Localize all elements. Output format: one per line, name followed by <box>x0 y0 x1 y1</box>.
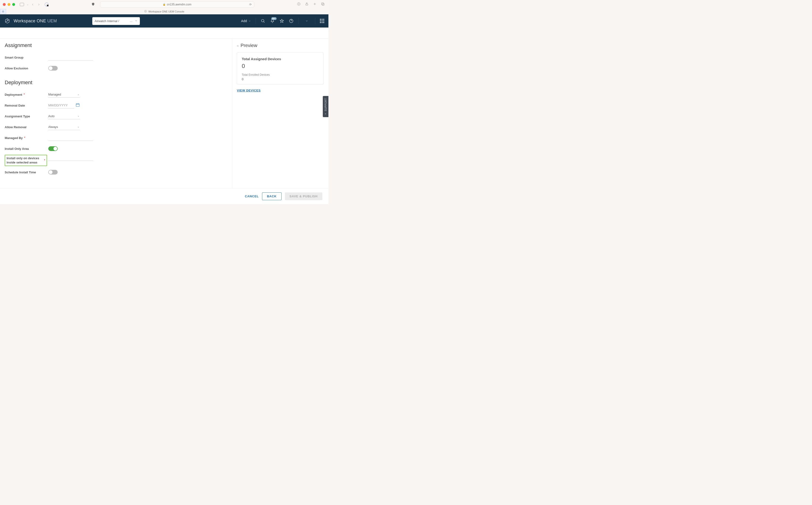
card-title: Total Assigned Devices <box>242 57 319 61</box>
search-icon[interactable] <box>261 19 265 23</box>
gear-icon-small <box>144 10 147 13</box>
cancel-button[interactable]: CANCEL <box>245 194 259 198</box>
ellipsis-icon: … <box>130 19 133 23</box>
allow-removal-select[interactable]: ⌄ <box>48 124 80 130</box>
chevron-double-icon: » <box>325 113 327 115</box>
divider <box>298 18 299 24</box>
address-bar[interactable]: 🔒 cn135.awmdm.com ⟳ <box>100 1 254 8</box>
assignment-type-select[interactable]: ⌄ <box>48 113 80 119</box>
save-publish-button: SAVE & PUBLISH <box>285 192 322 200</box>
address-url: cn135.awmdm.com <box>167 3 192 6</box>
removal-date-input[interactable] <box>48 102 80 109</box>
chevron-down-icon <box>135 19 137 23</box>
share-icon[interactable] <box>305 2 309 7</box>
label-smart-group: Smart Group <box>5 56 48 59</box>
preview-title: Preview <box>241 43 257 48</box>
chevron-down-icon[interactable]: ⌄ <box>27 3 29 6</box>
org-picker-label: Airwatch Internal / <box>95 19 119 23</box>
label-deployment: Deployment* <box>5 93 48 97</box>
notification-badge: 99+ <box>271 17 277 20</box>
window-maximize[interactable] <box>12 3 15 6</box>
managed-by-input[interactable] <box>48 135 93 141</box>
downloads-icon[interactable] <box>297 2 301 7</box>
divider <box>256 18 256 24</box>
app-header: Workspace ONE UEM Airwatch Internal / … … <box>0 14 328 27</box>
shield-icon[interactable] <box>91 2 95 7</box>
footer: CANCEL BACK SAVE & PUBLISH <box>0 188 328 204</box>
apps-grid-icon[interactable] <box>320 19 324 23</box>
tab-overview-icon[interactable] <box>321 2 325 7</box>
right-panel: « Preview Total Assigned Devices 0 Total… <box>232 38 328 188</box>
tab-title[interactable]: Workspace ONE UEM Console <box>148 10 184 13</box>
svg-rect-3 <box>322 3 324 5</box>
label-install-only-area: Install Only Area <box>5 147 48 151</box>
browser-tab-row: Workspace ONE UEM Console <box>0 9 328 14</box>
svg-rect-2 <box>322 3 324 5</box>
card-sub-value: 0 <box>242 77 319 81</box>
section-deployment: Deployment <box>5 79 227 86</box>
chevron-down-icon <box>305 19 308 22</box>
smart-group-input[interactable] <box>48 54 93 60</box>
label-removal-date: Removal Date <box>5 104 48 107</box>
svg-point-7 <box>261 19 264 22</box>
bell-icon[interactable]: 99+ <box>270 19 275 23</box>
nav-forward-icon: › <box>38 2 39 7</box>
product-logo-icon <box>4 18 10 24</box>
help-icon[interactable] <box>289 19 294 23</box>
header-right: Add 99+ <box>241 18 324 24</box>
window-controls <box>3 3 15 6</box>
browser-trail-icons <box>297 2 326 7</box>
site-privacy-icon[interactable] <box>45 3 48 6</box>
label-schedule-install: Schedule Install Time <box>5 171 48 174</box>
content-area: Assignment Smart Group Allow Exclusion D… <box>0 27 328 188</box>
section-assignment: Assignment <box>5 42 227 48</box>
window-minimize[interactable] <box>8 3 10 6</box>
preview-card: Total Assigned Devices 0 Total Enrolled … <box>237 52 324 85</box>
install-only-areas-input[interactable] <box>48 155 93 161</box>
back-button[interactable]: BACK <box>262 192 281 200</box>
highlighted-label: Install only on devices inside selected … <box>5 155 47 166</box>
svg-rect-9 <box>76 104 79 107</box>
calendar-icon[interactable] <box>76 103 80 108</box>
label-allow-exclusion: Allow Exclusion <box>5 66 48 70</box>
left-panel: Assignment Smart Group Allow Exclusion D… <box>0 38 232 188</box>
collapse-icon[interactable]: « <box>237 44 239 47</box>
user-menu[interactable] <box>303 19 310 22</box>
svg-point-5 <box>144 10 147 12</box>
extension-icon[interactable] <box>0 9 6 14</box>
add-menu[interactable]: Add <box>241 19 251 23</box>
label-managed-by: Managed By* <box>5 136 48 140</box>
product-name: Workspace ONE UEM <box>14 19 57 23</box>
svg-point-4 <box>3 11 4 12</box>
allow-exclusion-toggle[interactable] <box>48 66 58 70</box>
star-icon[interactable] <box>279 19 284 23</box>
card-value: 0 <box>242 63 319 69</box>
svg-point-6 <box>145 11 146 12</box>
sidebar-toggle-icon[interactable] <box>20 3 24 6</box>
chevron-down-icon <box>248 20 251 22</box>
browser-toolbar: ⌄ ‹ › 🔒 cn135.awmdm.com ⟳ <box>0 0 328 9</box>
lock-icon: 🔒 <box>163 3 165 6</box>
label-allow-removal: Allow Removal <box>5 125 48 129</box>
divider <box>315 18 315 24</box>
window-close[interactable] <box>3 3 6 6</box>
schedule-install-toggle[interactable] <box>48 170 58 175</box>
new-tab-icon[interactable] <box>313 2 317 7</box>
install-only-area-toggle[interactable] <box>48 146 58 151</box>
nav-back-icon[interactable]: ‹ <box>32 2 33 7</box>
reload-icon[interactable]: ⟳ <box>249 3 252 6</box>
preview-header: « Preview <box>237 43 324 48</box>
support-tab[interactable]: SUPPORT » <box>323 96 328 117</box>
org-picker[interactable]: Airwatch Internal / … <box>92 17 140 25</box>
card-sub-label: Total Enrolled Devices <box>242 73 319 76</box>
view-devices-link[interactable]: VIEW DEVICES <box>237 89 261 92</box>
deployment-select[interactable]: ⌄ <box>48 92 80 98</box>
label-assignment-type: Assignment Type <box>5 115 48 118</box>
